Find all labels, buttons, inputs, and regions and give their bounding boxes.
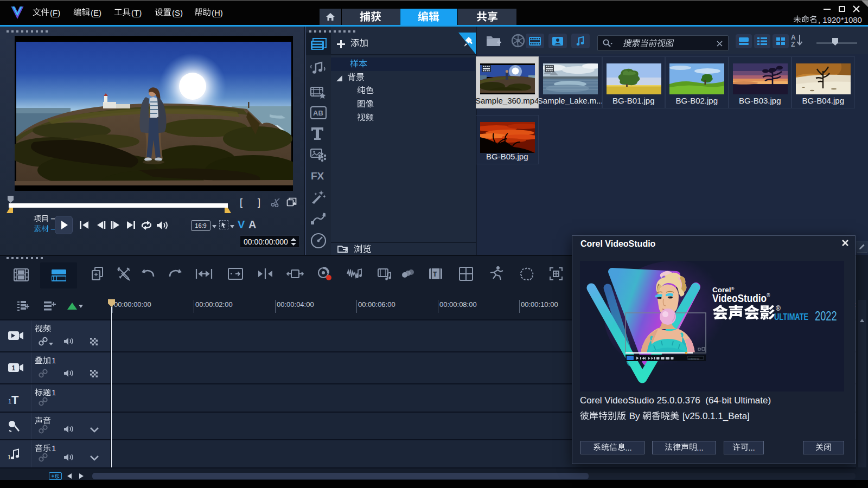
- svg-text:1: 1: [12, 364, 16, 372]
- svg-text:AB: AB: [313, 109, 323, 117]
- svg-text:FX: FX: [311, 170, 324, 182]
- svg-text:T: T: [11, 393, 19, 405]
- svg-text:T: T: [433, 271, 437, 278]
- svg-text:A: A: [791, 34, 796, 41]
- svg-text:Z: Z: [791, 41, 795, 48]
- svg-text:0:00:00:00: 0:00:00:00: [688, 357, 699, 360]
- svg-text:[ ]: [ ]: [692, 348, 694, 351]
- svg-text:1: 1: [8, 454, 11, 460]
